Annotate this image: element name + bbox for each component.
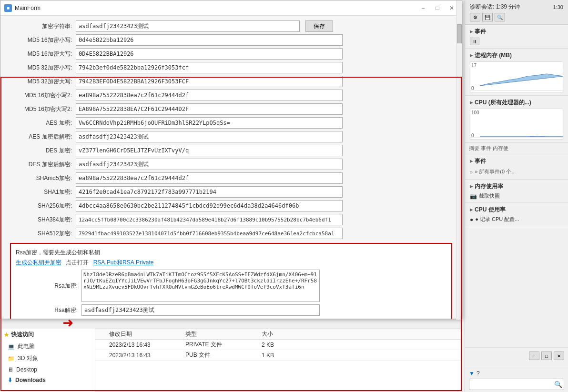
cpu-chart-svg bbox=[470, 109, 563, 140]
settings-icon[interactable]: ⚙ bbox=[470, 13, 480, 21]
cpu-section: CPU (所有处理器的...) 100 0 bbox=[465, 96, 568, 143]
md5-16-lower-row: MD5 16加密小写: bbox=[10, 34, 452, 46]
aes-decrypt-input[interactable] bbox=[76, 131, 343, 142]
sidebar-navigation: ★ 快速访问 💻 此电脑 📁 3D 对象 🖥 Desktop ⬇ Downloa… bbox=[0, 329, 95, 392]
bottom-close-btn[interactable]: ✕ bbox=[554, 352, 564, 360]
memory-chart: 17 0 bbox=[470, 61, 563, 92]
rsa-open-link[interactable]: RSA.Pub和RSA.Private bbox=[93, 259, 154, 266]
sha1-label: SHA1加密: bbox=[10, 188, 72, 196]
rsa-encrypt-textarea[interactable]: NhzI8deDRzeR6pBma4nLWTk7aTiKIImOCtoz9S5f… bbox=[81, 270, 320, 302]
md5-16-upper2-input[interactable] bbox=[76, 103, 343, 115]
rsa-hint: Rsa加密，需要先生成公钥和私钥 bbox=[16, 249, 446, 257]
des-decrypt-input[interactable] bbox=[76, 159, 343, 170]
file-date-1: 2023/2/13 16:43 bbox=[109, 342, 185, 348]
pause-button[interactable]: ⏸ bbox=[470, 38, 479, 45]
quick-access-label: 快速访问 bbox=[11, 331, 34, 339]
md5-32-lower-label: MD5 32加密小写: bbox=[10, 64, 72, 72]
cpu-record-label[interactable]: ● 记录 CPU 配置... bbox=[475, 216, 519, 223]
md5-16-lower2-input[interactable] bbox=[76, 90, 343, 101]
dropdown-icon: ▼ bbox=[469, 370, 475, 377]
sha1-input[interactable] bbox=[76, 186, 343, 198]
save-button[interactable]: 保存 bbox=[305, 20, 333, 32]
desktop-label: Desktop bbox=[16, 366, 37, 373]
sha1-row: SHA1加密: bbox=[10, 186, 452, 198]
rsa-link-sep: 点击打开 bbox=[66, 259, 90, 266]
memory-min-label: 0 bbox=[471, 86, 474, 91]
cpu-record-row: ● ● 记录 CPU 配置... bbox=[470, 216, 563, 223]
sidebar-item-3d[interactable]: 📁 3D 对象 bbox=[0, 352, 95, 364]
search-input[interactable] bbox=[469, 379, 564, 390]
col-type-header: 类型 bbox=[185, 330, 262, 338]
pc-label: 此电脑 bbox=[18, 342, 35, 351]
md5-16-upper-row: MD5 16加密大写: bbox=[10, 48, 452, 60]
file-size-1: 2 KB bbox=[262, 342, 309, 348]
md5-16-upper2-row: MD5 16加密大写2: bbox=[10, 103, 452, 115]
md5-32-lower-row: MD5 32加密小写: bbox=[10, 62, 452, 73]
encrypt-row: 加密字符串: 保存 bbox=[10, 20, 452, 32]
scrollbar[interactable] bbox=[456, 0, 462, 320]
sidebar-item-pc[interactable]: 💻 此电脑 bbox=[0, 341, 95, 352]
sha512-label: SHA512加密: bbox=[10, 230, 72, 238]
memory-section: 进程内存 (MB) 17 0 bbox=[465, 49, 568, 96]
sha384-input[interactable] bbox=[76, 214, 343, 225]
sha256-input[interactable] bbox=[76, 200, 343, 211]
cpu-max-label: 100 bbox=[471, 110, 479, 115]
aes-encrypt-label: AES 加密: bbox=[10, 119, 72, 127]
des-encrypt-input[interactable] bbox=[76, 145, 343, 156]
file-size-2: 1 KB bbox=[262, 352, 309, 359]
sha256-label: SHA256加密: bbox=[10, 202, 72, 210]
arrow-icon-2: ➜ bbox=[62, 315, 73, 331]
memory-max-label: 17 bbox=[471, 63, 477, 68]
summary-tabs: 摘要 事件 内存使 bbox=[465, 143, 568, 154]
events-sub-title: 事件 bbox=[470, 157, 563, 165]
sha512-row: SHA512加密: bbox=[10, 228, 452, 239]
bottom-search: − □ ✕ bbox=[465, 347, 568, 368]
bottom-restore-btn[interactable]: □ bbox=[541, 352, 552, 360]
md5-32-upper-label: MD5 32加密大写: bbox=[10, 78, 72, 86]
memory-usage-section: 内存使用率 📷 截取快照 bbox=[465, 180, 568, 203]
all-events-row: » » 所有事件(0 个... bbox=[470, 167, 563, 176]
md5-16-lower-input[interactable] bbox=[76, 34, 343, 46]
panel-header: 诊断会话: 1:39 分钟 1:30 ⚙ 💾 🔍 bbox=[465, 0, 568, 25]
help-icon: ? bbox=[477, 370, 480, 377]
save-icon[interactable]: 💾 bbox=[482, 13, 493, 21]
events-section: 事件 ⏸ bbox=[465, 25, 568, 49]
svg-marker-2 bbox=[480, 136, 563, 137]
memory-usage-title: 内存使用率 bbox=[470, 182, 563, 191]
md5-16-upper-input[interactable] bbox=[76, 48, 343, 60]
md5-32-upper-row: MD5 32加密大写: bbox=[10, 76, 452, 87]
all-events-label: » 所有事件(0 个... bbox=[475, 168, 516, 175]
rsa-decrypt-input[interactable] bbox=[81, 304, 320, 316]
bottom-minimize-btn[interactable]: − bbox=[529, 352, 539, 360]
window-content: 加密字符串: 保存 MD5 16加密小写: MD5 16加密大写: MD5 32… bbox=[0, 16, 462, 319]
file-date-2: 2023/2/13 16:43 bbox=[109, 352, 185, 359]
des-decrypt-label: DES 加密后解密: bbox=[10, 161, 72, 169]
cpu-min-label: 0 bbox=[471, 133, 474, 138]
bullet-icon: » bbox=[470, 169, 473, 175]
maximize-button[interactable]: □ bbox=[431, 3, 444, 13]
snapshot-label[interactable]: 截取快照 bbox=[479, 192, 500, 200]
titlebar-left: ■ MainForm bbox=[4, 4, 41, 12]
sidebar-item-downloads[interactable]: ⬇ Downloads bbox=[0, 375, 95, 385]
zoom-icon[interactable]: 🔍 bbox=[495, 13, 505, 21]
col-date-header: 修改日期 bbox=[109, 330, 185, 338]
sidebar-item-desktop[interactable]: 🖥 Desktop bbox=[0, 364, 95, 375]
shamd5-input[interactable] bbox=[76, 172, 343, 184]
sha256-row: SHA256加密: bbox=[10, 200, 452, 211]
cpu-usage-title: CPU 使用率 bbox=[470, 206, 563, 214]
scrollbar-thumb[interactable] bbox=[457, 24, 462, 43]
md5-32-lower-input[interactable] bbox=[76, 62, 343, 73]
minimize-button[interactable]: − bbox=[417, 3, 429, 13]
aes-encrypt-input[interactable] bbox=[76, 117, 343, 129]
md5-16-upper-label: MD5 16加密大写: bbox=[10, 50, 72, 58]
rsa-generate-link[interactable]: 生成公私钥并加密 bbox=[16, 259, 61, 266]
sha512-input[interactable] bbox=[76, 228, 343, 239]
md5-32-upper-input[interactable] bbox=[76, 76, 343, 87]
col-size-header: 大小 bbox=[262, 330, 309, 338]
des-encrypt-row: DES 加密: bbox=[10, 145, 452, 156]
record-icon: ● bbox=[470, 216, 473, 223]
panel-title: 诊断会话: 1:39 分钟 bbox=[470, 3, 520, 11]
right-panel: 诊断会话: 1:39 分钟 1:30 ⚙ 💾 🔍 事件 ⏸ 进程内存 (MB) … bbox=[465, 0, 568, 392]
search-input-row: 🔍 bbox=[469, 379, 564, 390]
encrypt-input[interactable] bbox=[76, 20, 300, 32]
